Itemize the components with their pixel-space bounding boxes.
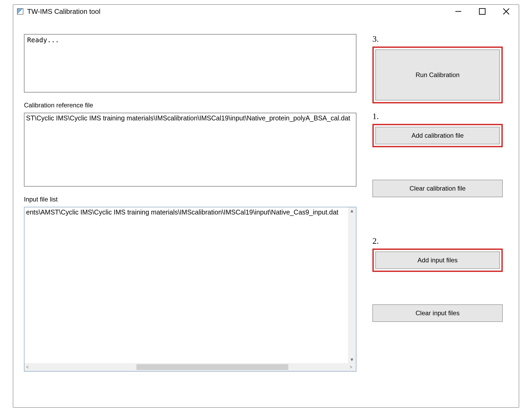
add-calibration-file-button[interactable]: Add calibration file [375,127,500,144]
clear-calibration-file-button[interactable]: Clear calibration file [372,180,503,197]
add-calibration-file-label: Add calibration file [412,132,464,139]
calref-path: ST\Cyclic IMS\Cyclic IMS training materi… [26,114,350,122]
scroll-right-icon: > [350,365,354,369]
right-column: 3. Run Calibration 1. Add calibration fi… [372,34,503,399]
status-output: Ready... [24,34,356,93]
scroll-left-icon: < [26,365,31,369]
horizontal-scrollbar[interactable]: < > [24,363,356,371]
input-list-content: ents\AMST\Cyclic IMS\Cyclic IMS training… [26,208,347,363]
svg-rect-1 [479,9,485,14]
status-text: Ready... [27,36,59,44]
clear-calibration-file-label: Clear calibration file [410,185,466,192]
close-button[interactable] [500,6,513,17]
highlight-add-input: Add input files [372,249,503,272]
application-window: TW-IMS Calibration tool [13,4,519,408]
clear-input-files-label: Clear input files [415,309,459,317]
maximize-icon [479,8,486,15]
close-icon [502,8,510,15]
inputlist-label: Input file list [24,196,356,203]
minimize-icon [454,7,462,15]
scroll-track [32,364,348,371]
annotation-step3: 3. [372,34,379,44]
vertical-scrollbar[interactable]: ▲ ▼ [348,207,356,363]
input-file-list[interactable]: ents\AMST\Cyclic IMS\Cyclic IMS training… [24,207,356,372]
run-calibration-button[interactable]: Run Calibration [375,49,500,100]
window-title: TW-IMS Calibration tool [27,7,101,16]
scroll-up-icon: ▲ [350,208,354,213]
minimize-button[interactable] [452,6,465,17]
titlebar: TW-IMS Calibration tool [13,5,519,18]
calref-label: Calibration reference file [24,102,356,109]
app-icon [17,8,23,15]
clear-input-files-button[interactable]: Clear input files [372,304,503,322]
annotation-step1: 1. [372,111,379,121]
maximize-button[interactable] [476,6,489,17]
left-column: Ready... Calibration reference file ST\C… [24,34,356,399]
scroll-down-icon: ▼ [350,357,354,362]
client-area: Ready... Calibration reference file ST\C… [13,18,519,407]
annotation-step2: 2. [372,236,379,246]
scroll-thumb[interactable] [136,364,288,370]
highlight-run: Run Calibration [372,47,503,103]
highlight-add-cal: Add calibration file [372,124,503,147]
run-calibration-label: Run Calibration [415,71,459,79]
list-item[interactable]: ents\AMST\Cyclic IMS\Cyclic IMS training… [26,208,347,216]
window-controls [452,6,517,17]
calref-input[interactable]: ST\Cyclic IMS\Cyclic IMS training materi… [24,113,356,187]
add-input-files-button[interactable]: Add input files [375,251,500,269]
add-input-files-label: Add input files [418,257,458,264]
